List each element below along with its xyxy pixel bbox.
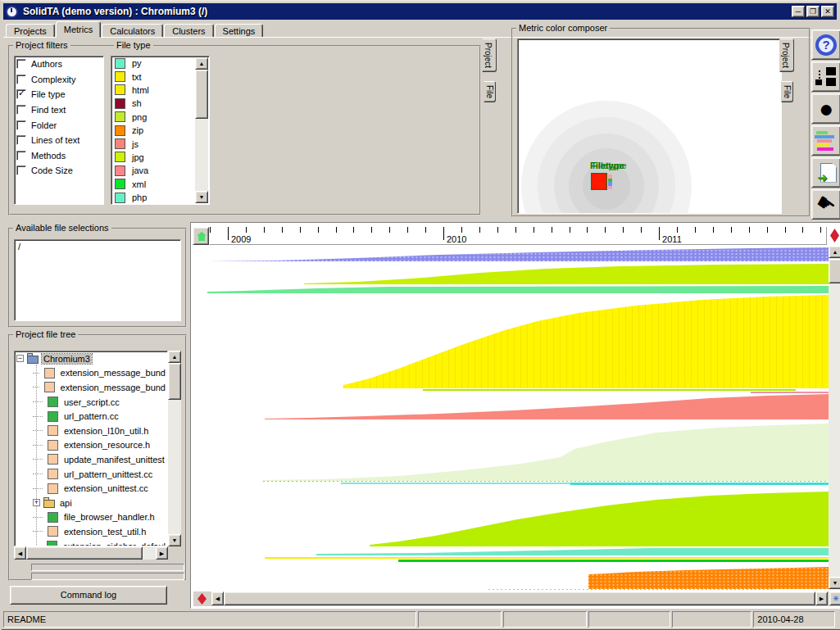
timeline-marker-diamond[interactable] xyxy=(830,229,839,242)
splitter-bar-top[interactable] xyxy=(31,564,184,571)
folder-body xyxy=(27,356,39,364)
circle-button[interactable]: ● xyxy=(811,93,840,124)
splitter-bar-bottom[interactable] xyxy=(31,573,184,580)
filter-label: Methods xyxy=(31,151,66,161)
hand-pointer-button[interactable]: ☛ xyxy=(811,189,840,220)
checkbox-methods[interactable] xyxy=(16,151,26,161)
hierarchy-button[interactable] xyxy=(811,61,840,92)
close-button[interactable]: ✕ xyxy=(821,6,834,17)
expand-collapse-box[interactable]: − xyxy=(16,355,24,362)
scrollbar-thumb[interactable] xyxy=(168,363,181,400)
export-document-button[interactable]: ➜ xyxy=(811,157,840,188)
hscroll-right-button[interactable]: ▶ xyxy=(815,591,828,605)
left-tab-project[interactable]: Project xyxy=(482,39,497,72)
tree-item-extension-message-bund[interactable]: extension_message_bund xyxy=(15,380,167,395)
hscroll-track[interactable] xyxy=(224,591,815,605)
timeline-canvas[interactable] xyxy=(193,246,829,590)
composer-node-square[interactable] xyxy=(591,173,607,190)
composer-caption: Metric color composer xyxy=(516,23,610,33)
color-bars-button[interactable] xyxy=(811,125,840,156)
timeline-start-button[interactable] xyxy=(193,591,211,606)
tree-item-file-browser-handler-h[interactable]: file_browser_handler.h xyxy=(15,510,167,525)
command-log-button[interactable]: Command log xyxy=(10,586,167,605)
composer-tab-project[interactable]: Project xyxy=(779,39,794,72)
checkbox-lines-of-text[interactable] xyxy=(16,135,26,145)
composer-node-chips xyxy=(608,174,612,189)
tab-calculators[interactable]: Calculators xyxy=(102,24,163,38)
tree-horizontal-scrollbar[interactable]: ◀ ▶ xyxy=(14,546,168,560)
tree-item-extension-message-bund[interactable]: extension_message_bund xyxy=(15,366,167,381)
hscroll-left-button[interactable]: ◀ xyxy=(211,591,224,605)
vscroll-thumb[interactable] xyxy=(829,259,840,283)
month-tick xyxy=(820,227,821,233)
checkbox-authors[interactable] xyxy=(16,59,26,69)
tree-item-extension-resource-h[interactable]: extension_resource.h xyxy=(15,438,167,453)
file-type-row[interactable] xyxy=(111,204,209,205)
filter-row[interactable]: Methods xyxy=(15,148,103,164)
tree-item-user-script-cc[interactable]: user_script.cc xyxy=(15,395,167,410)
composer-tab-file[interactable]: File xyxy=(781,81,793,102)
circle-icon: ● xyxy=(819,97,833,121)
maximize-button[interactable]: ❐ xyxy=(806,6,820,17)
tree-item-update-manifest-unittest[interactable]: update_manifest_unittest xyxy=(15,452,167,467)
scrollbar-thumb[interactable] xyxy=(195,70,208,119)
selection-item[interactable]: / xyxy=(18,242,177,252)
filter-row[interactable]: ✓File type xyxy=(15,87,103,102)
app-icon[interactable] xyxy=(6,6,18,18)
peach-file-icon xyxy=(48,454,58,465)
left-tab-file[interactable]: File xyxy=(484,81,496,102)
tree-item-chromium3[interactable]: −Chromium3 xyxy=(15,351,167,366)
filter-row[interactable]: Lines of text xyxy=(15,133,103,148)
tree-scroll-thumb[interactable] xyxy=(26,546,143,560)
file-type-scrollbar[interactable]: ▲▼ xyxy=(195,57,208,203)
checkbox-find-text[interactable] xyxy=(16,105,26,115)
scroll-up-button[interactable]: ▲ xyxy=(195,57,208,70)
tab-settings[interactable]: Settings xyxy=(215,24,264,38)
tree-item-extension-unittest-cc[interactable]: extension_unittest.cc xyxy=(15,481,167,496)
expand-collapse-box[interactable]: + xyxy=(33,499,40,506)
tree-scroll-right-button[interactable]: ▶ xyxy=(156,546,168,560)
checkbox-file-type[interactable]: ✓ xyxy=(16,89,26,99)
tree-item-label: extension_message_bund xyxy=(59,383,167,392)
tree-item-extension-sidebar-defaul[interactable]: extension_sidebar_defaul xyxy=(15,539,167,546)
scroll-down-button[interactable]: ▼ xyxy=(195,191,208,203)
tree-scroll-left-button[interactable]: ◀ xyxy=(14,546,26,560)
scroll-up-button[interactable]: ▲ xyxy=(829,246,840,258)
tree-item-extension-l10n-util-h[interactable]: extension_l10n_util.h xyxy=(15,424,167,438)
scroll-down-button[interactable]: ▼ xyxy=(829,577,840,589)
available-selections-list[interactable]: / xyxy=(14,239,181,321)
tab-clusters[interactable]: Clusters xyxy=(164,24,213,38)
tab-projects[interactable]: Projects xyxy=(6,24,55,38)
timeline-vertical-scrollbar[interactable]: ▲ ▼ xyxy=(829,246,840,590)
filter-row[interactable]: Complexity xyxy=(15,72,103,88)
tab-metrics[interactable]: Metrics xyxy=(56,21,101,38)
checkbox-complexity[interactable] xyxy=(16,75,26,84)
composer-node-label: Filetype xyxy=(590,161,624,170)
scroll-up-button[interactable]: ▲ xyxy=(168,351,181,363)
snowflake-button[interactable]: ✳ xyxy=(829,591,840,605)
scroll-down-button[interactable]: ▼ xyxy=(168,534,181,546)
tree-item-url-pattern-unittest-cc[interactable]: url_pattern_unittest.cc xyxy=(15,467,167,482)
tree-item-api[interactable]: +api xyxy=(15,496,167,510)
checkmark-icon: ✓ xyxy=(18,88,25,98)
tree-connector xyxy=(33,416,43,417)
tree-item-url-pattern-cc[interactable]: url_pattern.cc xyxy=(15,409,167,424)
checkbox-code-size[interactable] xyxy=(16,165,26,175)
minimize-button[interactable]: ─ xyxy=(792,6,805,17)
filter-row[interactable]: Find text xyxy=(15,102,103,118)
peach-file-icon xyxy=(48,526,58,537)
help-button[interactable]: ? xyxy=(811,29,840,60)
checkbox-folder[interactable] xyxy=(16,120,26,130)
green-arrow: ➜ xyxy=(817,170,828,185)
project-file-tree: −Chromium3extension_message_bundextensio… xyxy=(14,351,168,546)
hierarchy-icon xyxy=(815,67,837,87)
home-button[interactable] xyxy=(193,227,209,245)
composer-canvas[interactable]: Filetype xyxy=(517,39,782,214)
help-icon: ? xyxy=(815,34,837,56)
tree-item-extension-test-util-h[interactable]: extension_test_util.h xyxy=(15,524,167,539)
filter-row[interactable]: Code Size xyxy=(15,163,103,179)
filter-row[interactable]: Folder xyxy=(15,117,103,133)
tree-vertical-scrollbar[interactable]: ▲▼ xyxy=(168,351,181,546)
filter-row[interactable]: Authors xyxy=(15,57,103,72)
hscroll-thumb[interactable] xyxy=(224,591,815,605)
